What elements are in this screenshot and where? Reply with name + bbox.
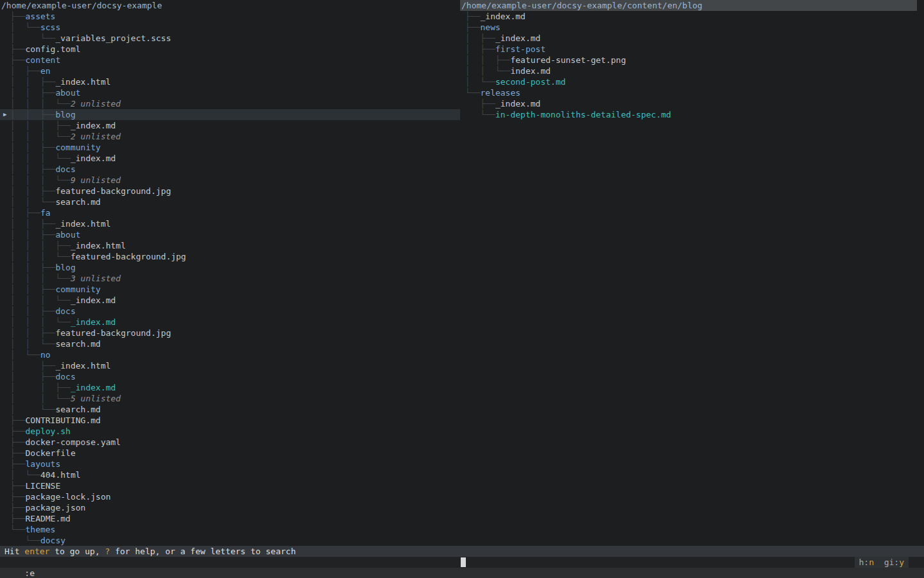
entry-name: fa: [40, 208, 51, 218]
file-row[interactable]: │ │ │ ├──_index.html: [0, 240, 460, 251]
tree-branch: │ │ │ └──: [10, 153, 71, 163]
entry-name: in-depth-monoliths-detailed-spec.md: [495, 110, 671, 119]
file-row[interactable]: ├──README.md: [0, 513, 460, 524]
entry-name: search.md: [55, 197, 100, 207]
dir-row[interactable]: │ ├──fa: [0, 207, 460, 218]
entry-name: _index.html: [55, 361, 110, 371]
dir-row[interactable]: │ ├──docs: [0, 371, 460, 382]
tree-branch: │ └──: [10, 350, 40, 360]
dir-row[interactable]: ├──layouts: [0, 459, 460, 469]
file-row[interactable]: │ │ ├──featured-sunset-get.png: [460, 55, 924, 66]
file-row[interactable]: ├──package-lock.json: [0, 491, 460, 502]
file-row[interactable]: ├──_index.md: [460, 11, 924, 22]
file-row[interactable]: │ │ │ └──_index.md: [0, 317, 460, 328]
file-row[interactable]: │ │ ├──featured-background.jpg: [0, 328, 460, 338]
dir-row[interactable]: └──docsy: [0, 535, 460, 546]
file-row[interactable]: │ │ │ └──_index.md: [0, 295, 460, 306]
file-row[interactable]: │ │ └──index.md: [460, 66, 924, 76]
file-row[interactable]: │ │ ├──featured-background.jpg: [0, 186, 460, 197]
left-panel-path[interactable]: /home/example-user/docsy-example: [0, 0, 460, 11]
file-row[interactable]: └──in-depth-monoliths-detailed-spec.md: [460, 109, 924, 120]
tree-branch: │ ├──: [10, 361, 55, 371]
dir-row[interactable]: │ │ ├──community: [0, 142, 460, 153]
dir-row[interactable]: │ └──no: [0, 349, 460, 360]
dir-row[interactable]: │ ├──first-post: [460, 44, 924, 55]
entry-name: themes: [25, 525, 55, 534]
selection-arrow-icon: ▶: [3, 109, 6, 120]
file-row[interactable]: ├──Dockerfile: [0, 448, 460, 459]
dir-row[interactable]: │ ├──en: [0, 66, 460, 76]
file-row[interactable]: │ └──second-post.md: [460, 76, 924, 87]
entry-name: second-post.md: [495, 77, 566, 87]
unlisted-row: │ │ │ └──3 unlisted: [0, 273, 460, 284]
file-row[interactable]: │ └──search.md: [0, 404, 460, 415]
entry-name: _index.md: [71, 121, 116, 130]
tree-branch: │ │ ├──: [10, 285, 55, 294]
tree-branch: │ │ │ └──: [10, 99, 71, 109]
right-panel-path[interactable]: /home/example-user/docsy-example/content…: [460, 0, 917, 11]
file-row[interactable]: ├──config.toml: [0, 44, 460, 55]
file-row[interactable]: ├──CONTRIBUTING.md: [0, 415, 460, 426]
tree-branch: │ └──: [10, 33, 55, 43]
dir-row[interactable]: ├──assets: [0, 11, 460, 22]
dir-row[interactable]: └──themes: [0, 524, 460, 535]
file-row[interactable]: │ │ │ └──featured-background.jpg: [0, 251, 460, 262]
dir-row[interactable]: ├──content: [0, 55, 460, 66]
file-row[interactable]: ├──LICENSE: [0, 480, 460, 491]
dir-row[interactable]: │ │ ├──blog: [0, 262, 460, 273]
tree-branch: │ │ ├──: [10, 110, 55, 119]
tree-branch: └──: [465, 88, 480, 98]
entry-name: 5 unlisted: [71, 394, 121, 403]
entry-name: docsy: [40, 536, 65, 545]
status-bar: Hit enter to go up, ? for help, or a few…: [0, 546, 924, 557]
flag-label: gi:: [884, 557, 899, 567]
file-row[interactable]: │ │ ├──_index.html: [0, 218, 460, 229]
dir-row[interactable]: ▶│ │ ├──blog: [0, 109, 460, 120]
dir-row[interactable]: ├──news: [460, 22, 924, 33]
entry-name: featured-background.jpg: [71, 252, 186, 261]
text-cursor: [461, 557, 466, 567]
file-row[interactable]: │ │ │ └──_index.md: [0, 153, 460, 164]
tree-branch: ├──: [10, 503, 25, 512]
file-row[interactable]: │ ├──_index.md: [460, 33, 924, 44]
tree-branch: └──: [10, 536, 40, 545]
file-row[interactable]: ├──deploy.sh: [0, 426, 460, 437]
file-row[interactable]: │ │ └──search.md: [0, 338, 460, 349]
file-row[interactable]: │ │ ├──_index.md: [0, 382, 460, 393]
file-row[interactable]: ├──package.json: [0, 502, 460, 513]
panels: /home/example-user/docsy-example ├──asse…: [0, 0, 924, 546]
dir-row[interactable]: │ └──scss: [0, 22, 460, 33]
dir-row[interactable]: │ │ ├──about: [0, 87, 460, 98]
unlisted-row: │ │ │ └──2 unlisted: [0, 131, 460, 142]
dir-row[interactable]: │ │ ├──docs: [0, 164, 460, 175]
file-row[interactable]: │ └──_variables_project.scss: [0, 33, 460, 44]
tree-branch: ├──: [10, 416, 25, 425]
tree-branch: └──: [465, 110, 495, 119]
dir-row[interactable]: │ │ ├──docs: [0, 306, 460, 317]
file-row[interactable]: │ │ └──search.md: [0, 197, 460, 207]
unlisted-row: │ │ │ └──2 unlisted: [0, 98, 460, 109]
command-input[interactable]: :e: [20, 568, 35, 578]
file-row[interactable]: ├──_index.md: [460, 98, 924, 109]
entry-name: index.md: [510, 66, 551, 76]
dir-row[interactable]: │ │ ├──about: [0, 229, 460, 240]
entry-name: _index.md: [495, 33, 540, 43]
entry-name: about: [55, 230, 80, 240]
entry-name: blog: [55, 263, 75, 272]
entry-name: 404.html: [40, 470, 81, 480]
file-row[interactable]: │ └──404.html: [0, 469, 460, 480]
file-row[interactable]: │ │ ├──_index.html: [0, 76, 460, 87]
dir-row[interactable]: └──releases: [460, 87, 924, 98]
dir-row[interactable]: │ │ ├──community: [0, 284, 460, 295]
entry-name: 9 unlisted: [71, 175, 121, 185]
entry-name: search.md: [55, 339, 100, 349]
tree-branch: │ │ └──: [10, 197, 55, 207]
entry-name: news: [480, 22, 500, 32]
file-row[interactable]: │ │ │ ├──_index.md: [0, 120, 460, 131]
file-row[interactable]: │ ├──_index.html: [0, 360, 460, 371]
tree-branch: │ └──: [10, 22, 40, 32]
entry-name: docs: [55, 164, 75, 174]
broot-window: /home/example-user/docsy-example ├──asse…: [0, 0, 924, 578]
entry-name: _index.md: [71, 153, 116, 163]
file-row[interactable]: ├──docker-compose.yaml: [0, 437, 460, 448]
